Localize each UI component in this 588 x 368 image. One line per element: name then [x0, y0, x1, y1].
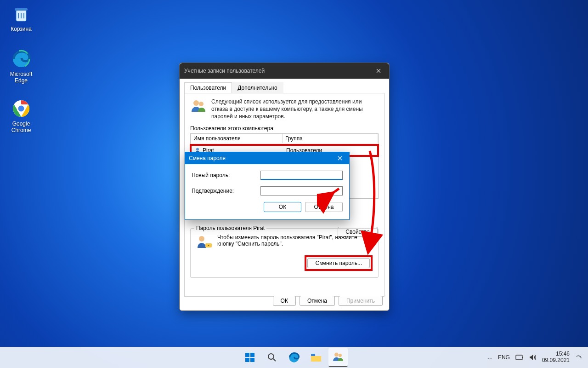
window-title: Учетные записи пользователей [184, 68, 265, 74]
svg-rect-14 [250, 353, 254, 357]
tab-users[interactable]: Пользователи [184, 82, 232, 93]
column-group[interactable]: Группа [283, 134, 378, 143]
close-icon [376, 69, 381, 73]
recycle-bin-icon [10, 3, 32, 25]
taskbar-explorer[interactable] [306, 348, 326, 367]
date: 09.09.2021 [542, 357, 570, 364]
svg-point-10 [199, 236, 204, 242]
svg-point-12 [208, 245, 209, 246]
new-password-label: Новый пароль: [192, 172, 260, 178]
intro-text: Следующий список используется для предос… [211, 98, 379, 121]
dialog-title: Смена пароля [189, 155, 226, 161]
desktop-icon-recycle[interactable]: Корзина [4, 3, 39, 32]
confirm-password-label: Подтверждение: [192, 188, 260, 194]
close-icon [338, 156, 342, 161]
svg-point-17 [268, 354, 274, 359]
close-button[interactable] [368, 63, 389, 79]
titlebar[interactable]: Учетные записи пользователей [180, 63, 389, 79]
change-password-dialog: Смена пароля Новый пароль: Подтверждение… [185, 152, 350, 220]
users-icon [332, 351, 344, 363]
network-icon[interactable] [515, 354, 524, 361]
taskbar: ︿ ENG 15:46 09.09.2021 [0, 347, 588, 368]
svg-rect-1 [15, 8, 28, 11]
time: 15:46 [542, 351, 570, 357]
svg-rect-22 [516, 355, 522, 360]
tab-advanced[interactable]: Дополнительно [232, 82, 283, 93]
svg-point-8 [199, 102, 204, 106]
desktop-icon-label: Корзина [4, 26, 39, 32]
search-icon [267, 352, 277, 362]
desktop-icon-edge[interactable]: Microsoft Edge [4, 48, 39, 84]
windows-icon [244, 352, 255, 363]
desktop-icon-label: Microsoft Edge [4, 71, 39, 84]
password-group-legend: Пароль пользователя Pirat [194, 225, 266, 231]
notifications-icon[interactable] [575, 354, 582, 361]
svg-rect-16 [250, 358, 254, 362]
apply-button: Применить [339, 296, 383, 306]
svg-point-9 [196, 148, 199, 150]
titlebar[interactable]: Смена пароля [185, 152, 349, 164]
users-icon [190, 98, 207, 115]
key-icon [196, 234, 213, 251]
svg-point-20 [334, 353, 339, 357]
edge-icon [288, 351, 300, 363]
volume-icon[interactable] [529, 354, 537, 361]
tray-overflow[interactable]: ︿ [487, 354, 492, 361]
svg-point-21 [339, 354, 342, 357]
new-password-input[interactable] [260, 171, 343, 180]
svg-point-7 [193, 100, 199, 106]
cancel-button[interactable]: Отмена [305, 202, 343, 212]
desktop-icon-chrome[interactable]: Google Chrome [4, 98, 39, 133]
svg-rect-13 [245, 353, 249, 357]
highlighted-change-password: Сменить пароль... [305, 255, 373, 271]
clock[interactable]: 15:46 09.09.2021 [542, 351, 570, 364]
svg-rect-15 [245, 358, 249, 362]
folder-icon [310, 352, 322, 363]
close-button[interactable] [331, 152, 349, 164]
ok-button[interactable]: ОК [273, 296, 296, 306]
users-list-label: Пользователи этого компьютера: [190, 125, 379, 132]
password-text: Чтобы изменить пароль пользователя "Pira… [217, 234, 373, 251]
column-username[interactable]: Имя пользователя [191, 134, 283, 143]
edge-icon [10, 48, 32, 70]
taskbar-edge[interactable] [284, 348, 304, 367]
chrome-icon [10, 98, 32, 120]
ok-button[interactable]: ОК [264, 202, 301, 212]
change-password-button[interactable]: Сменить пароль... [307, 258, 370, 268]
desktop-icon-label: Google Chrome [4, 121, 39, 133]
svg-rect-19 [311, 354, 315, 356]
start-button[interactable] [240, 348, 260, 367]
search-button[interactable] [262, 348, 282, 367]
cancel-button[interactable]: Отмена [300, 296, 335, 306]
confirm-password-input[interactable] [260, 186, 343, 196]
language-indicator[interactable]: ENG [498, 354, 510, 361]
taskbar-user-accounts[interactable] [328, 348, 348, 367]
